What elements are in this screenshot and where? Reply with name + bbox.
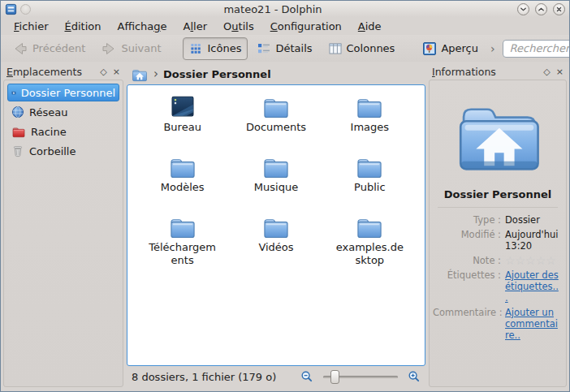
places-panel-title: Emplacements: [6, 66, 94, 78]
icons-view-button[interactable]: Icônes: [183, 37, 248, 60]
pin-icon[interactable]: [20, 4, 31, 15]
folder-icon: [355, 153, 384, 179]
file-item-musique[interactable]: Musique: [229, 153, 322, 213]
places-panel-header: Emplacements ◇ ×: [3, 63, 123, 80]
info-modified-value: Aujourd'hui 13:20: [505, 229, 560, 252]
info-tags-label: Étiquettes :: [433, 269, 501, 304]
breadcrumb-current[interactable]: Dossier Personnel: [163, 68, 271, 80]
file-item-public[interactable]: Public: [323, 153, 417, 213]
menu-outils[interactable]: Outils: [215, 19, 262, 34]
information-panel: Informations ◇ × Dossier Personnel Type …: [429, 63, 567, 387]
breadcrumb-home-icon[interactable]: [131, 67, 149, 82]
places-list: Dossier Personnel Réseau: [3, 80, 123, 387]
status-summary: 8 dossiers, 1 fichier (179 o): [132, 371, 294, 383]
chevron-down-icon: [520, 6, 527, 13]
main-column: › Dossier Personnel Bureau: [127, 63, 425, 387]
place-item-trash[interactable]: Corbeille: [7, 142, 119, 160]
red-folder-icon: [11, 125, 26, 138]
zoom-slider[interactable]: [323, 370, 398, 384]
content-area: Emplacements ◇ × Dossier Personnel: [1, 62, 569, 391]
home-folder-icon: [11, 86, 16, 99]
file-item-examples-desktop[interactable]: examples.desktop: [323, 213, 417, 274]
zoom-out-icon[interactable]: [300, 370, 313, 383]
panel-float-icon[interactable]: ◇: [543, 67, 550, 76]
info-type-label: Type :: [433, 214, 501, 226]
info-details: Type : Dossier Modifié : Aujourd'hui 13:…: [433, 214, 563, 341]
info-type-value: Dossier: [505, 214, 560, 226]
file-item-modeles[interactable]: Modèles: [136, 153, 229, 213]
details-view-button[interactable]: Détails: [250, 37, 318, 60]
menu-aide[interactable]: Aide: [350, 19, 390, 34]
place-item-home[interactable]: Dossier Personnel: [7, 84, 119, 101]
folder-view: Bureau Documents: [127, 84, 425, 366]
folder-icon: [168, 213, 197, 239]
file-item-documents[interactable]: Documents: [229, 93, 322, 153]
trash-icon: [11, 144, 24, 157]
zoom-in-icon[interactable]: [408, 370, 421, 383]
menu-edition[interactable]: Édition: [57, 19, 110, 34]
titlebar: mateo21 - Dolphin: [1, 1, 569, 17]
arrow-left-icon: [12, 41, 28, 57]
breadcrumb-separator: ›: [153, 67, 158, 81]
search-input[interactable]: [503, 40, 570, 58]
close-button[interactable]: [553, 3, 565, 15]
file-item-images[interactable]: Images: [323, 93, 417, 153]
information-panel-title: Informations: [432, 66, 538, 78]
large-home-folder-icon: [448, 90, 547, 177]
folder-grid: Bureau Documents: [127, 85, 425, 274]
menu-fichier[interactable]: Fichier: [6, 19, 57, 34]
chevron-up-icon: [538, 6, 545, 13]
information-panel-body: Dossier Personnel Type : Dossier Modifié…: [429, 80, 567, 387]
folder-icon: [261, 93, 291, 119]
panel-close-icon[interactable]: ×: [556, 67, 564, 76]
toolbar: Précédent Suivant Icônes Détail: [1, 35, 569, 62]
globe-icon: [11, 106, 24, 118]
info-comment-label: Commentaire :: [433, 307, 501, 341]
preview-button[interactable]: Aperçu: [416, 37, 485, 60]
folder-icon: [355, 213, 384, 239]
dolphin-app-icon: [5, 3, 17, 15]
back-button[interactable]: Précédent: [6, 37, 92, 61]
minimize-button[interactable]: [517, 3, 529, 15]
information-panel-header: Informations ◇ ×: [429, 63, 567, 80]
columns-view-icon: [328, 41, 343, 56]
folder-icon: [355, 93, 384, 119]
maximize-button[interactable]: [535, 3, 547, 15]
info-note-label: Note :: [433, 255, 501, 266]
window-title: mateo21 - Dolphin: [34, 3, 512, 15]
icons-view-icon: [189, 41, 204, 56]
details-view-icon: [257, 41, 271, 56]
toolbar-overflow-chevron[interactable]: ›: [490, 42, 495, 55]
file-item-bureau[interactable]: Bureau: [136, 93, 229, 153]
panel-close-icon[interactable]: ×: [113, 67, 120, 76]
folder-icon: [261, 153, 291, 179]
rating-stars[interactable]: ☆☆☆☆☆: [505, 255, 560, 266]
folder-icon: [168, 153, 197, 179]
info-separator: [438, 207, 558, 208]
places-panel: Emplacements ◇ × Dossier Personnel: [3, 63, 123, 387]
add-tags-link[interactable]: Ajouter des étiquettes...: [505, 269, 560, 304]
place-item-network[interactable]: Réseau: [7, 103, 119, 121]
info-modified-label: Modifié :: [433, 229, 501, 252]
menu-configuration[interactable]: Configuration: [262, 19, 350, 34]
file-item-videos[interactable]: Vidéos: [229, 213, 322, 274]
panel-float-icon[interactable]: ◇: [100, 67, 106, 76]
desktop-icon: [168, 93, 197, 119]
forward-button[interactable]: Suivant: [94, 37, 167, 61]
menubar: Fichier Édition Affichage Aller Outils C…: [1, 17, 569, 35]
file-item-telechargements[interactable]: Téléchargements: [136, 213, 229, 274]
status-bar: 8 dossiers, 1 fichier (179 o): [127, 366, 425, 387]
preview-icon: [422, 41, 437, 56]
place-item-root[interactable]: Racine: [7, 123, 119, 140]
add-comment-link[interactable]: Ajouter un commentaire..: [505, 307, 560, 341]
menu-aller[interactable]: Aller: [175, 19, 216, 34]
arrow-right-icon: [101, 41, 117, 57]
menu-affichage[interactable]: Affichage: [109, 19, 175, 34]
columns-view-button[interactable]: Colonnes: [322, 37, 402, 60]
info-folder-name: Dossier Personnel: [444, 188, 552, 200]
breadcrumb: › Dossier Personnel: [127, 63, 425, 84]
zoom-slider-handle[interactable]: [330, 370, 339, 384]
close-icon: [555, 6, 563, 13]
folder-icon: [261, 213, 291, 239]
dolphin-window: mateo21 - Dolphin Fichier Édition Affich…: [0, 0, 570, 392]
